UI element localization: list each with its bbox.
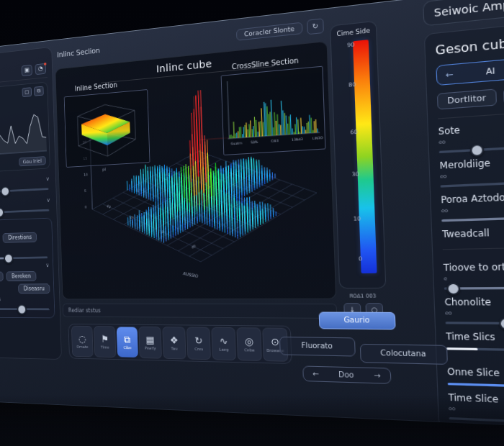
tool-label: Tau [171,346,178,350]
slider-track[interactable] [441,178,504,187]
slider-label: cloa [0,176,46,186]
slider-handle[interactable] [4,252,13,263]
slider-handle[interactable] [1,186,10,196]
colorbar-tick: 0 [342,255,362,262]
grid-icon: ▦ [145,334,155,345]
line-section-card: e Seclion ▢ ⧉ Gou lriel [0,81,50,173]
slider-handle[interactable] [17,304,27,314]
chevron-down-icon[interactable]: ∨ [46,176,50,182]
axis-nav-pill[interactable]: ← Al → [436,55,504,86]
target-tool-button[interactable]: ◎Ceba [236,327,261,361]
waveform-tool-button[interactable]: ∿Laeg [211,327,236,360]
expand-icon[interactable]: ▢ [22,87,32,97]
right-row-4: Tioove to ortee [444,260,504,289]
right-panel: Seiwoic Amplitud Geson cube ← Al → ← Dor… [423,0,504,429]
right-row-label: Tweadcall [442,224,504,240]
clock-icon[interactable]: ◔ [35,63,46,75]
rotate-tool-button[interactable]: ↻Cres [186,327,211,360]
queue-button[interactable]: Gaurio [319,311,396,329]
svg-text:13N43: 13N43 [292,137,303,142]
tool-label: Ornate [76,345,89,349]
fluorato-button[interactable]: Fluorato [279,337,356,357]
inline-section-inset[interactable] [64,89,150,168]
range-label: quatreed [0,245,49,252]
sidebar-line-chart [0,98,49,160]
dortlitor-button[interactable]: Dortlitor [437,88,497,109]
slider-track[interactable] [446,347,504,352]
slider-handle[interactable] [0,206,4,217]
nav-left-icon[interactable]: ← [445,69,453,80]
popout-icon[interactable]: ⧉ [34,86,44,96]
slider-track[interactable] [0,209,49,214]
svg-text:AUSSIO: AUSSIO [183,271,199,279]
slider-sub: e [444,274,504,282]
power-icon: ⊙ [271,337,279,347]
fan-tool-button[interactable]: ❖Tau [162,327,186,359]
flag-tool-button[interactable]: ⚑Time [94,326,116,358]
slider-track[interactable] [0,188,48,194]
chevron-down-icon[interactable]: ∨ [45,263,49,268]
tool-label: Cres [194,347,203,351]
right-row-label: Poroa Aztodoy [441,188,504,205]
cube-buttons-row: Dortlitor Concertiice [437,81,504,110]
sidebar-sliders: cloa∨ronete∨ [0,175,52,214]
svg-text:S0%: S0% [251,140,258,145]
cube-tool-button[interactable]: ⧉Cibe [117,327,138,358]
select-label: avdal [0,263,42,270]
doo-left-icon[interactable]: ← [312,370,319,378]
inset-left-sub: pl [102,167,106,172]
colocutana-button[interactable]: Colocutana [360,344,448,365]
refresh-icon[interactable]: ↻ [307,18,324,35]
svg-text:Guatrn: Guatrn [231,141,243,145]
waveform-icon: ∿ [219,336,228,346]
bereken-button[interactable]: Bereken [6,271,37,281]
amplitude-colorbar[interactable] [353,40,377,273]
slider-handle[interactable] [469,143,484,157]
colorbar-tick: 90 [334,41,354,50]
doo-nav-pill[interactable]: ← Doo → [302,365,391,383]
chevron-down-icon[interactable]: ∨ [46,197,50,204]
sidebar-group-card: decalNireenDirestionsquatreedavdal∨Donsd… [0,218,55,319]
directions-button[interactable]: Direstions [3,232,37,243]
tool-label: Laeg [219,347,228,352]
slider-handle[interactable] [498,317,504,330]
cube-chart-card: Inlinc cube 252015105010t040tbs0d0AUSSIO… [55,41,336,300]
rotate-icon: ↻ [194,335,203,345]
svg-text:s0: s0 [160,229,165,235]
dashed-circle-tool-button[interactable]: ◌Ornate [71,326,94,358]
svg-text:5: 5 [84,189,86,193]
doo-label: Doo [338,370,354,379]
colorbar-body: 90806030100 [334,37,382,275]
colorbar-tick: 60 [338,128,358,136]
crossline-section-inset[interactable]: GuatrnS0%CIE313N43LIN3O [221,66,326,155]
diseasru-button[interactable]: Diseasru [18,283,50,293]
slider-fill [448,383,504,388]
right-row-label: Time Slics [446,331,504,345]
right-row-label: Onne Slice [447,366,504,382]
slider-track[interactable] [448,383,504,390]
display-icon[interactable]: ▣ [22,65,32,76]
line-section-title: e Seclion [0,89,20,101]
slider-track[interactable] [0,256,48,260]
grid-tool-button[interactable]: ▦Pearly [138,327,162,359]
sidebar-slider-0: cloa∨ [0,175,51,194]
donsde-button[interactable]: Donsde [0,272,4,282]
slider-track[interactable] [0,308,50,310]
sidebar-slider-1: ronete∨ [0,196,52,214]
inline-slab-chart [65,90,148,165]
slider-track[interactable] [444,286,504,290]
dashed-circle-icon: ◌ [78,334,86,343]
colorbar-tick: 30 [339,170,359,178]
tool-label: Pearly [145,346,156,350]
crossline-chart: GuatrnS0%CIE313N43LIN3O [222,67,324,153]
doo-right-icon[interactable]: → [374,371,381,380]
floor-shadow [0,396,504,446]
group-title: decal [0,222,48,232]
slider-track[interactable] [441,214,504,222]
view-toolbar: ◌Ornate⚑Time⧉Cibe▦Pearly❖Tau↻Cres∿Laeg◎C… [68,324,292,364]
inset-left-title: Inline Section [75,81,118,93]
slider-handle[interactable] [446,282,460,295]
slider-track[interactable] [446,322,504,325]
right-row-label: Tioove to orte [444,260,504,273]
consort-button[interactable]: Coracler Slonte [236,22,303,41]
